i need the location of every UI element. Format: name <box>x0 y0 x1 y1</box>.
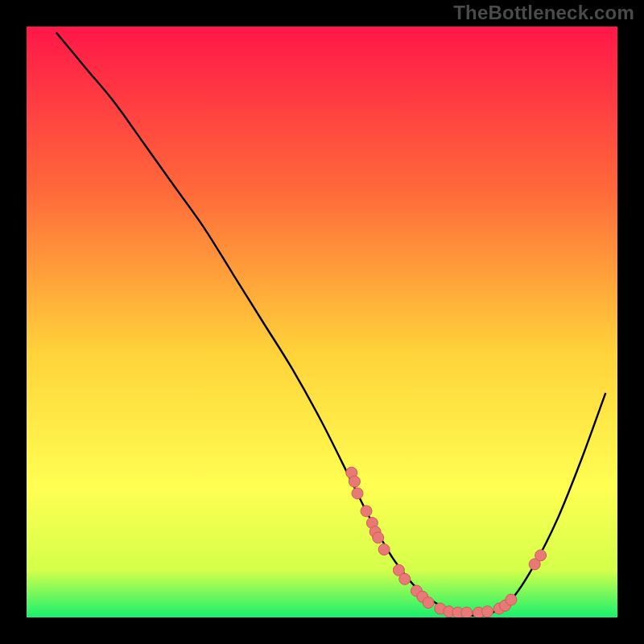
data-marker <box>373 532 384 543</box>
data-marker <box>482 606 493 617</box>
data-marker <box>352 488 363 499</box>
data-marker <box>349 476 360 487</box>
svg-rect-2 <box>0 617 644 644</box>
plot-background <box>27 27 617 617</box>
data-marker <box>399 573 411 584</box>
data-marker <box>535 550 547 561</box>
watermark-label: TheBottleneck.com <box>453 2 634 24</box>
svg-rect-3 <box>0 0 27 644</box>
data-marker <box>506 594 517 605</box>
chart-frame: TheBottleneck.com <box>0 0 644 644</box>
data-marker <box>378 544 390 555</box>
data-marker <box>423 597 434 609</box>
bottleneck-chart <box>0 0 644 644</box>
data-marker <box>461 607 473 618</box>
data-marker <box>361 506 372 517</box>
svg-rect-4 <box>617 0 644 644</box>
